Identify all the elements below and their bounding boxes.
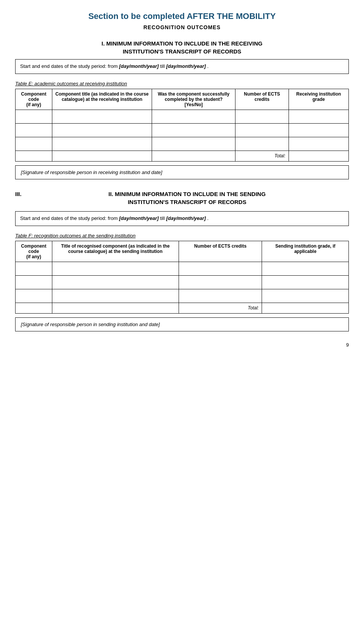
table-f-col-3: Number of ECTS credits xyxy=(179,241,262,262)
sub-title: RECOGNITION OUTCOMES xyxy=(15,24,349,30)
section-i-title-line2: INSTITUTION'S TRANSCRIPT OF RECORDS xyxy=(123,48,242,55)
table-f-r3-c2 xyxy=(52,289,179,303)
table-row xyxy=(16,262,349,275)
table-f-r2-c1 xyxy=(16,275,52,289)
page-number: 9 xyxy=(15,342,349,348)
table-e-r1-c3 xyxy=(152,110,235,123)
date-till-label-receiving: till xyxy=(160,63,166,69)
table-f-total-row: Total: xyxy=(16,303,349,313)
table-e-r1-c1 xyxy=(16,110,52,123)
table-f-col-4: Sending institution grade, if applicable xyxy=(262,241,349,262)
table-e-r2-c3 xyxy=(152,123,235,137)
date-from-receiving: [day/month/year] xyxy=(119,63,159,69)
table-e-r3-c1 xyxy=(16,137,52,151)
table-e-col-5: Receiving institution grade xyxy=(289,89,348,110)
main-title: Section to be completed AFTER THE MOBILI… xyxy=(15,11,349,21)
table-e-r3-c4 xyxy=(235,137,289,151)
table-e-col-1: Component code(if any) xyxy=(16,89,52,110)
date-suffix-sending: . xyxy=(207,215,209,221)
table-row xyxy=(16,137,349,151)
table-f-total-c1 xyxy=(16,303,52,313)
table-f-col-2: Title of recognised component (as indica… xyxy=(52,241,179,262)
table-f-total-label: Total: xyxy=(179,303,262,313)
table-f: Component code(if any) Title of recognis… xyxy=(15,241,349,314)
table-e-label: Table E: academic outcomes at receiving … xyxy=(15,81,349,86)
table-f-r1-c2 xyxy=(52,262,179,275)
date-till-sending: [day/month/year] xyxy=(166,215,206,221)
table-e-r2-c5 xyxy=(289,123,348,137)
date-suffix-receiving: . xyxy=(207,63,209,69)
table-e-r3-c2 xyxy=(52,137,152,151)
date-till-label-sending: till xyxy=(160,215,166,221)
table-f-r3-c1 xyxy=(16,289,52,303)
table-e-r1-c5 xyxy=(289,110,348,123)
table-e-r1-c2 xyxy=(52,110,152,123)
table-e-r1-c4 xyxy=(235,110,289,123)
table-f-total-c4 xyxy=(262,303,349,313)
table-f-col-1: Component code(if any) xyxy=(16,241,52,262)
date-text-sending: Start and end dates of the study period:… xyxy=(20,215,118,221)
table-e-total-c3 xyxy=(152,151,235,161)
table-e-col-3: Was the component successfully completed… xyxy=(152,89,235,110)
table-row xyxy=(16,123,349,137)
table-f-total-c2 xyxy=(52,303,179,313)
table-f-r1-c4 xyxy=(262,262,349,275)
signature-sending: [Signature of responsible person in send… xyxy=(15,317,349,331)
table-f-r2-c4 xyxy=(262,275,349,289)
table-row xyxy=(16,289,349,303)
table-e-total-c5 xyxy=(289,151,348,161)
table-e-col-4: Number of ECTS credits xyxy=(235,89,289,110)
signature-receiving: [Signature of responsible person in rece… xyxy=(15,165,349,179)
table-f-r1-c1 xyxy=(16,262,52,275)
table-row xyxy=(16,110,349,123)
table-e-r3-c3 xyxy=(152,137,235,151)
table-e-r2-c4 xyxy=(235,123,289,137)
table-e: Component code(if any) Component title (… xyxy=(15,89,349,162)
table-f-r1-c3 xyxy=(179,262,262,275)
table-e-total-c2 xyxy=(52,151,152,161)
table-e-total-label: Total: xyxy=(235,151,289,161)
table-e-total-row: Total: xyxy=(16,151,349,161)
section-ii-title: II. MINIMUM INFORMATION TO INCLUDE IN TH… xyxy=(25,190,349,206)
table-e-col-2: Component title (as indicated in the cou… xyxy=(52,89,152,110)
table-f-label: Table F: recognition outcomes at the sen… xyxy=(15,233,349,239)
table-row xyxy=(16,275,349,289)
table-e-total-c1 xyxy=(16,151,52,161)
table-f-r2-c3 xyxy=(179,275,262,289)
section-ii-title-line1: II. MINIMUM INFORMATION TO INCLUDE IN TH… xyxy=(108,191,265,197)
date-period-receiving: Start and end dates of the study period:… xyxy=(15,59,349,74)
date-from-sending: [day/month/year] xyxy=(119,215,159,221)
table-f-r2-c2 xyxy=(52,275,179,289)
table-e-r3-c5 xyxy=(289,137,348,151)
section-i: I. MINIMUM INFORMATION TO INCLUDE IN THE… xyxy=(15,39,349,179)
section-i-title: I. MINIMUM INFORMATION TO INCLUDE IN THE… xyxy=(15,39,349,55)
table-f-r3-c4 xyxy=(262,289,349,303)
date-till-receiving: [day/month/year] xyxy=(166,63,206,69)
table-f-r3-c3 xyxy=(179,289,262,303)
date-period-sending: Start and end dates of the study period:… xyxy=(15,211,349,226)
date-text-receiving: Start and end dates of the study period:… xyxy=(20,63,118,69)
table-e-r2-c2 xyxy=(52,123,152,137)
section-i-title-line1: I. MINIMUM INFORMATION TO INCLUDE IN THE… xyxy=(102,40,262,47)
section-iii-label: III. xyxy=(15,190,22,197)
table-e-r2-c1 xyxy=(16,123,52,137)
section-ii: III. II. MINIMUM INFORMATION TO INCLUDE … xyxy=(15,190,349,331)
section-ii-title-line2: INSTITUTION'S TRANSCRIPT OF RECORDS xyxy=(128,199,246,205)
